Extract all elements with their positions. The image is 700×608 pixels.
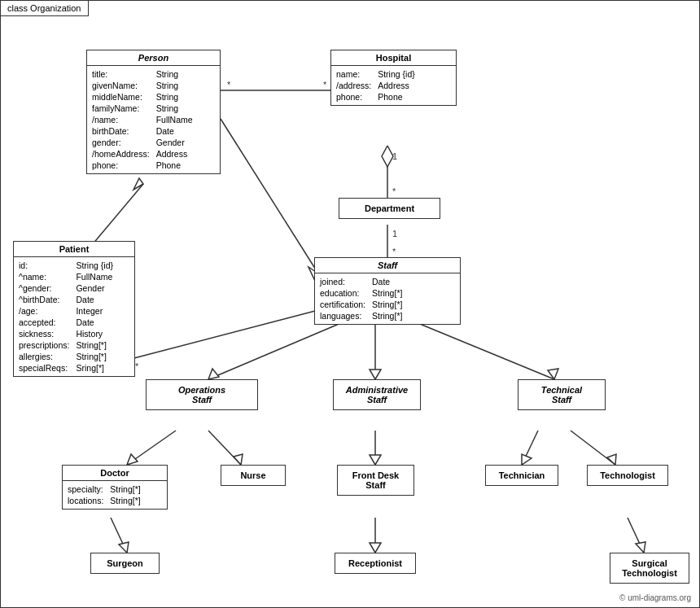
svg-text:*: * [392, 247, 396, 256]
svg-marker-19 [370, 370, 381, 379]
svg-line-20 [416, 322, 554, 379]
person-box: Person title:String givenName:String mid… [86, 50, 221, 174]
svg-marker-29 [522, 454, 532, 465]
hospital-body: name:String {id} /address:Address phone:… [331, 66, 456, 105]
svg-text:*: * [323, 80, 327, 90]
technologist-box: Technologist [587, 465, 668, 486]
patient-body: id:String {id} ^name:FullName ^gender:Ge… [14, 257, 134, 376]
operations-staff-box: OperationsStaff [146, 379, 258, 410]
nurse-box: Nurse [221, 465, 286, 486]
svg-line-11 [221, 119, 318, 273]
surgeon-box: Surgeon [90, 553, 160, 574]
svg-line-22 [127, 431, 176, 465]
svg-line-30 [571, 431, 615, 465]
svg-marker-10 [133, 178, 143, 190]
department-box: Department [339, 198, 440, 219]
surgical-technologist-box: SurgicalTechnologist [610, 553, 689, 584]
person-body: title:String givenName:String middleName… [87, 66, 220, 173]
staff-title: Staff [315, 258, 460, 273]
svg-marker-21 [548, 369, 558, 379]
person-title: Person [87, 50, 220, 66]
doctor-body: specialty:String[*] locations:String[*] [63, 481, 167, 509]
hospital-title: Hospital [331, 50, 456, 66]
svg-text:1: 1 [392, 229, 397, 238]
receptionist-box: Receptionist [335, 553, 416, 574]
patient-title: Patient [14, 242, 134, 257]
svg-marker-33 [119, 542, 129, 553]
svg-marker-16 [208, 369, 219, 379]
diagram-title: class Organization [1, 1, 89, 16]
svg-marker-25 [234, 454, 243, 465]
svg-marker-37 [636, 542, 645, 553]
svg-line-15 [208, 322, 343, 379]
svg-line-28 [522, 431, 538, 465]
staff-box: Staff joined:Date education:String[*] ce… [314, 257, 461, 325]
svg-line-32 [111, 518, 127, 553]
technician-box: Technician [485, 465, 558, 486]
hospital-box: Hospital name:String {id} /address:Addre… [330, 50, 457, 106]
svg-text:*: * [392, 186, 396, 196]
svg-line-24 [208, 431, 241, 465]
administrative-staff-box: AdministrativeStaff [333, 379, 421, 410]
svg-text:*: * [227, 80, 231, 90]
svg-marker-27 [370, 455, 381, 465]
svg-line-36 [628, 518, 644, 553]
svg-line-9 [92, 184, 143, 245]
technical-staff-box: TechnicalStaff [518, 379, 606, 410]
svg-line-13 [131, 310, 318, 359]
doctor-box: Doctor specialty:String[*] locations:Str… [62, 465, 168, 510]
staff-body: joined:Date education:String[*] certific… [315, 273, 460, 324]
svg-marker-23 [127, 454, 138, 465]
svg-marker-31 [607, 454, 616, 465]
front-desk-staff-box: Front DeskStaff [337, 465, 414, 496]
copyright: © uml-diagrams.org [619, 593, 691, 602]
svg-text:*: * [135, 361, 139, 371]
patient-box: Patient id:String {id} ^name:FullName ^g… [13, 241, 135, 377]
doctor-title: Doctor [63, 466, 167, 481]
svg-text:1: 1 [392, 151, 397, 161]
svg-marker-35 [370, 543, 381, 553]
diagram-container: class Organization * * 1 * 1 * * * [0, 0, 700, 608]
